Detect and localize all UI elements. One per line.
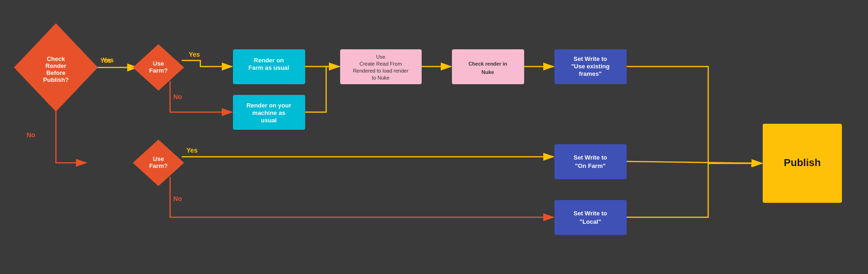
svg-text:"On Farm": "On Farm" [575,162,606,169]
svg-text:usual: usual [261,117,277,124]
svg-text:to Nuke: to Nuke [372,75,390,80]
check-nuke-node: Check render in Nuke [452,49,524,84]
svg-text:"Local": "Local" [580,218,601,225]
no1-text: No [173,93,182,100]
svg-text:Rendered to load render: Rendered to load render [353,68,409,74]
svg-text:machine as: machine as [253,109,286,116]
svg-text:Nuke: Nuke [482,69,494,75]
yes1-text: Yes [103,56,114,64]
svg-text:Use: Use [153,155,164,162]
svg-rect-40 [554,200,627,235]
no2-text: No [27,131,35,139]
svg-text:Set Write to: Set Write to [574,210,607,217]
svg-rect-37 [554,144,627,179]
svg-text:Publish?: Publish? [43,76,69,83]
svg-text:Render: Render [46,62,67,69]
svg-text:Farm?: Farm? [149,162,168,169]
use-create-node: Use Create Read From Rendered to load re… [340,49,422,84]
svg-text:Farm?: Farm? [149,67,168,74]
use-farm-2-node: Use Farm? [133,140,184,186]
svg-text:Render on: Render on [254,57,284,64]
flowchart: Yes Yes Yes No No Yes No Check Render Be… [0,0,868,274]
svg-text:"Use existing: "Use existing [571,63,610,70]
svg-text:Render on your: Render on your [246,102,291,109]
yes2-text: Yes [189,51,200,58]
check-render-node: Check Render Before Publish? [14,23,98,112]
set-write-existing-node: Set Write to "Use existing frames" [554,49,627,84]
svg-text:Farm as usual: Farm as usual [248,64,289,71]
yes3-text: Yes [186,147,198,154]
set-write-local-node: Set Write to "Local" [554,200,627,235]
svg-text:Publish: Publish [784,157,820,168]
svg-text:Set Write to: Set Write to [574,55,607,62]
render-farm-node: Render on Farm as usual [233,49,305,84]
use-farm-1-node: Use Farm? [133,44,184,91]
svg-text:frames": frames" [579,70,602,77]
svg-text:Before: Before [46,69,65,76]
publish-node: Publish [763,124,842,203]
svg-text:Check: Check [47,55,65,62]
no3-text: No [173,195,182,202]
svg-rect-27 [452,49,524,84]
svg-text:Check render in: Check render in [468,61,507,67]
render-machine-node: Render on your machine as usual [233,95,305,130]
set-write-on-farm-node: Set Write to "On Farm" [554,144,627,179]
svg-text:Use: Use [376,54,385,60]
svg-text:Set Write to: Set Write to [574,154,607,161]
svg-text:Use: Use [153,60,164,67]
svg-text:Create Read From: Create Read From [359,61,402,67]
